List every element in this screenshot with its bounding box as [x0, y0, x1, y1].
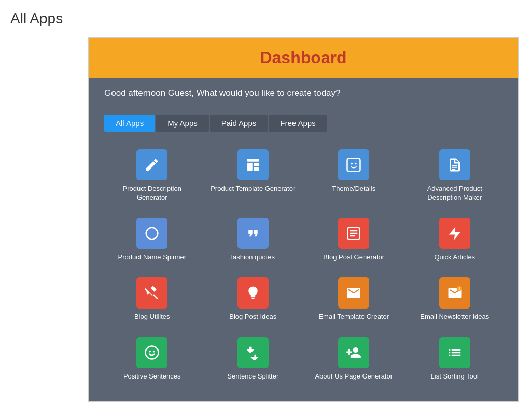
- app-label-15: List Sorting Tool: [431, 372, 479, 381]
- app-icon-1: [237, 149, 269, 180]
- app-icon-13: [237, 337, 269, 368]
- app-label-6: Blog Post Generator: [323, 253, 384, 262]
- app-icon-5: [237, 218, 269, 249]
- svg-point-6: [355, 163, 357, 165]
- app-item-12[interactable]: Positive Sentences: [104, 332, 200, 386]
- dashboard-title: Dashboard: [99, 48, 508, 67]
- app-label-2: Theme/Details: [332, 185, 375, 193]
- app-label-1: Product Template Generator: [211, 185, 295, 193]
- app-item-1[interactable]: Product Template Generator: [205, 144, 301, 207]
- tabs-bar: All Apps My Apps Paid Apps Free Apps: [104, 115, 502, 132]
- dashboard-header: Dashboard: [89, 38, 518, 78]
- app-label-4: Product Name Spinner: [118, 253, 186, 262]
- app-label-12: Positive Sentences: [123, 372, 181, 381]
- dashboard-container: Dashboard Good afternoon Guest, What wou…: [88, 37, 519, 402]
- app-icon-2: [338, 149, 369, 180]
- app-item-8[interactable]: Blog Utilites: [104, 272, 200, 327]
- app-item-10[interactable]: Email Template Creator: [306, 272, 402, 327]
- app-item-4[interactable]: Product Name Spinner: [104, 213, 200, 267]
- dashboard-body: Good afternoon Guest, What would you lik…: [89, 78, 518, 401]
- page-title: All Apps: [10, 10, 531, 27]
- svg-rect-2: [254, 163, 259, 166]
- svg-point-11: [153, 350, 155, 352]
- tab-free-apps[interactable]: Free Apps: [269, 115, 327, 132]
- tab-all-apps[interactable]: All Apps: [104, 115, 155, 132]
- app-label-10: Email Template Creator: [318, 313, 389, 321]
- app-item-14[interactable]: About Us Page Generator: [306, 332, 402, 386]
- app-icon-3: [439, 149, 470, 180]
- app-item-13[interactable]: Sentence Splitter: [205, 332, 301, 386]
- app-item-3[interactable]: Advanced Product Description Maker: [407, 144, 503, 207]
- tab-my-apps[interactable]: My Apps: [156, 115, 209, 132]
- app-icon-11: [439, 277, 470, 309]
- app-label-3: Advanced Product Description Maker: [410, 185, 500, 202]
- app-icon-9: [237, 277, 269, 309]
- app-icon-8: [136, 277, 167, 309]
- app-item-0[interactable]: Product Description Generator: [104, 144, 200, 207]
- app-icon-10: [338, 277, 369, 309]
- tab-paid-apps[interactable]: Paid Apps: [210, 115, 268, 132]
- app-icon-14: [338, 337, 369, 368]
- app-label-0: Product Description Generator: [107, 185, 198, 202]
- app-label-8: Blog Utilites: [134, 313, 170, 321]
- app-label-9: Blog Post Ideas: [229, 313, 276, 321]
- svg-rect-4: [347, 159, 360, 172]
- app-label-14: About Us Page Generator: [315, 372, 393, 381]
- app-label-11: Email Newsletter Ideas: [420, 313, 489, 321]
- app-icon-15: [439, 337, 470, 368]
- app-icon-6: [338, 218, 369, 249]
- svg-rect-3: [254, 167, 259, 171]
- svg-point-9: [146, 346, 159, 359]
- app-item-9[interactable]: Blog Post Ideas: [205, 272, 301, 327]
- app-item-2[interactable]: Theme/Details: [306, 144, 402, 207]
- app-icon-0: [136, 149, 167, 180]
- app-item-6[interactable]: Blog Post Generator: [306, 213, 402, 267]
- app-icon-12: [136, 337, 167, 368]
- app-icon-7: [439, 218, 470, 249]
- app-item-11[interactable]: Email Newsletter Ideas: [407, 272, 503, 327]
- app-label-13: Sentence Splitter: [227, 372, 278, 381]
- greeting-text: Good afternoon Guest, What would you lik…: [104, 88, 502, 106]
- svg-rect-1: [247, 163, 253, 171]
- svg-rect-0: [247, 159, 259, 162]
- svg-point-5: [351, 163, 353, 165]
- app-label-7: Quick Articles: [434, 253, 475, 262]
- app-label-5: fashion quotes: [231, 253, 275, 262]
- app-item-5[interactable]: fashion quotes: [205, 213, 301, 267]
- app-item-15[interactable]: List Sorting Tool: [407, 332, 503, 386]
- apps-grid: Product Description GeneratorProduct Tem…: [104, 144, 502, 386]
- svg-point-10: [149, 350, 151, 352]
- app-icon-4: [136, 218, 167, 249]
- app-item-7[interactable]: Quick Articles: [407, 213, 503, 267]
